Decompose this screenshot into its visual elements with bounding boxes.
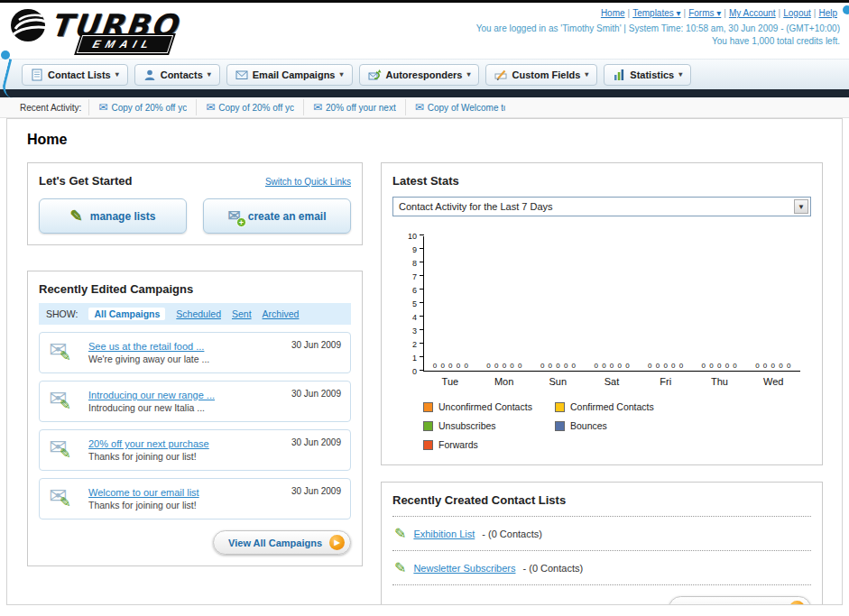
right-column: Latest Stats Contact Activity for the La… xyxy=(381,162,823,605)
y-tick-label: 4 xyxy=(412,313,417,322)
x-axis-label: Thu xyxy=(693,376,747,387)
stats-period-select[interactable]: Contact Activity for the Last 7 Days ▼ xyxy=(392,197,811,216)
contact-list-link[interactable]: Exhibition List xyxy=(413,529,475,539)
campaign-filters: SHOW: All Campaigns Scheduled Sent Archi… xyxy=(39,303,351,325)
logo-swirl-icon xyxy=(9,6,51,44)
tab-contact-lists[interactable]: Contact Lists ▾ xyxy=(22,64,128,86)
y-tick-mark xyxy=(420,370,424,371)
tab-label: Email Campaigns xyxy=(253,69,336,80)
campaign-subtitle: We're giving away our late ... xyxy=(88,354,209,364)
campaigns-panel: Recently Edited Campaigns SHOW: All Camp… xyxy=(27,271,363,566)
recent-activity-item[interactable]: ✉20% off your next xyxy=(303,99,405,115)
top-nav: Home|Templates ▾|Forms ▾|My Account|Logo… xyxy=(476,8,840,18)
pencil-icon: ✎ xyxy=(394,525,406,542)
campaigns-title: Recently Edited Campaigns xyxy=(39,282,351,296)
envelope-pencil-icon: ✉✎ xyxy=(49,485,79,512)
tab-autoresponders[interactable]: Autoresponders ▾ xyxy=(359,64,480,86)
y-tick-label: 8 xyxy=(412,259,417,268)
legend-label: Confirmed Contacts xyxy=(570,401,654,412)
chart-value-labels: 0 0 0 0 00 0 0 0 00 0 0 0 00 0 0 0 00 0 … xyxy=(424,362,800,370)
x-axis-label: Tue xyxy=(423,376,477,387)
x-axis-label: Mon xyxy=(477,376,531,387)
y-tick-mark xyxy=(420,343,424,344)
pencil-icon: ✎ xyxy=(60,348,71,364)
envelope-plus-icon: ✉+ xyxy=(228,207,241,225)
top-link-home[interactable]: Home xyxy=(601,8,625,18)
x-axis-label: Sat xyxy=(585,376,639,387)
contacts-icon xyxy=(143,69,156,81)
contact-lists-panel: Recently Created Contact Lists ✎Exhibiti… xyxy=(381,482,823,605)
campaign-title-link[interactable]: Introducing our new range ... xyxy=(88,390,215,400)
x-axis-label: Wed xyxy=(746,376,800,387)
tab-email-campaigns[interactable]: Email Campaigns ▾ xyxy=(226,64,353,86)
top-link-forms[interactable]: Forms ▾ xyxy=(688,8,721,18)
recent-activity-item[interactable]: ✉Copy of 20% off yc xyxy=(196,99,303,115)
tab-label: Contacts xyxy=(161,69,203,80)
legend-label: Bounces xyxy=(570,420,607,431)
campaign-title-link[interactable]: Welcome to our email list xyxy=(88,487,199,498)
filter-scheduled[interactable]: Scheduled xyxy=(176,308,221,319)
campaign-item[interactable]: ✉✎Introducing our new range ...Introduci… xyxy=(39,381,351,422)
filter-archived[interactable]: Archived xyxy=(263,308,300,319)
app-logo[interactable]: TURBO EMAIL xyxy=(9,6,235,55)
envelope-icon: ✉ xyxy=(98,101,107,114)
nav-separator: | xyxy=(814,8,817,18)
campaign-title-link[interactable]: 20% off your next purchase xyxy=(88,438,209,449)
tab-statistics[interactable]: Statistics ▾ xyxy=(604,64,691,86)
campaign-item-body: 20% off your next purchaseThanks for joi… xyxy=(88,438,209,462)
filter-all-campaigns[interactable]: All Campaigns xyxy=(88,308,165,320)
nav-separator: | xyxy=(779,8,781,18)
y-tick-mark xyxy=(420,275,424,276)
campaign-subtitle: Thanks for joining our list! xyxy=(88,500,199,510)
campaign-item[interactable]: ✉✎See us at the retail food ...We're giv… xyxy=(39,332,351,373)
campaign-date: 30 Jun 2009 xyxy=(291,340,341,350)
contact-list-link[interactable]: Newsletter Subscribers xyxy=(413,563,515,574)
tab-label: Autoresponders xyxy=(386,69,463,80)
tab-custom-fields[interactable]: Custom Fields ▾ xyxy=(485,64,597,86)
nav-divider-bar xyxy=(0,89,849,97)
top-link-my-account[interactable]: My Account xyxy=(729,8,776,18)
envelope-pencil-icon: ✉✎ xyxy=(49,437,79,464)
create-email-button[interactable]: ✉+ create an email xyxy=(203,198,351,234)
nav-separator: | xyxy=(724,8,726,18)
arrow-right-icon: ▶ xyxy=(789,601,805,605)
top-link-templates[interactable]: Templates ▾ xyxy=(632,8,680,18)
page-title: Home xyxy=(27,132,822,148)
recent-activity-label: Recent Activity: xyxy=(20,103,81,113)
recent-activity-item[interactable]: ✉Copy of Welcome tc xyxy=(405,99,514,115)
bar-value-labels: 0 0 0 0 0 xyxy=(531,362,586,370)
legend-label: Unconfirmed Contacts xyxy=(438,401,532,412)
contact-list-count: - (0 Contacts) xyxy=(523,563,584,574)
campaign-date: 30 Jun 2009 xyxy=(291,389,341,399)
legend-item-bounces: Bounces xyxy=(555,420,681,431)
contact-list-item[interactable]: ✎Newsletter Subscribers- (0 Contacts) xyxy=(392,551,811,585)
pencil-icon: ✎ xyxy=(60,446,71,462)
recent-activity-item[interactable]: ✉Copy of 20% off yc xyxy=(88,99,196,115)
legend-item-forwards: Forwards xyxy=(423,439,549,450)
contact-list-item[interactable]: ✎Exhibition List- (0 Contacts) xyxy=(392,517,811,551)
envelope-icon: ✉ xyxy=(313,101,322,114)
y-tick-label: 2 xyxy=(412,340,417,349)
top-link-help[interactable]: Help xyxy=(818,8,837,18)
filter-sent[interactable]: Sent xyxy=(232,308,252,319)
envelope-icon: ✉ xyxy=(206,101,215,114)
campaign-title-link[interactable]: See us at the retail food ... xyxy=(88,341,209,352)
recent-activity-text: Copy of Welcome tc xyxy=(428,103,505,113)
top-link-logout[interactable]: Logout xyxy=(783,8,811,18)
switch-quick-links-link[interactable]: Switch to Quick Links xyxy=(265,177,351,187)
campaign-item[interactable]: ✉✎20% off your next purchaseThanks for j… xyxy=(39,429,351,471)
campaign-item[interactable]: ✉✎Welcome to our email listThanks for jo… xyxy=(39,478,351,519)
bar-value-labels: 0 0 0 0 0 xyxy=(693,362,747,370)
legend-label: Unsubscribes xyxy=(438,420,496,431)
show-label: SHOW: xyxy=(46,308,78,319)
tab-contacts[interactable]: Contacts ▾ xyxy=(134,64,220,86)
left-column: Let's Get Started Switch to Quick Links … xyxy=(27,162,363,566)
see-all-contact-lists-button[interactable]: See All Contact Lists ▶ xyxy=(669,596,811,605)
recent-activity-text: 20% off your next xyxy=(326,103,396,113)
y-tick-label: 9 xyxy=(412,245,417,254)
email-campaigns-icon xyxy=(235,69,248,81)
bar-value-labels: 0 0 0 0 0 xyxy=(586,362,640,370)
stats-period-value: Contact Activity for the Last 7 Days xyxy=(399,201,553,212)
view-all-campaigns-button[interactable]: View All Campaigns ▶ xyxy=(213,530,351,555)
manage-lists-button[interactable]: ✎ manage lists xyxy=(39,198,187,234)
